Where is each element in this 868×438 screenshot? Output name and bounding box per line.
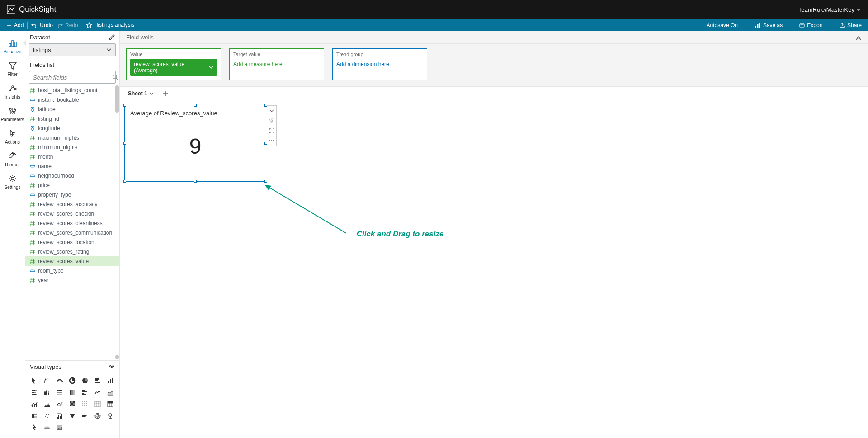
visual-type-25[interactable] xyxy=(79,410,91,422)
visual-type-20[interactable] xyxy=(104,398,117,410)
field-item-listing_id[interactable]: listing_id xyxy=(25,114,119,123)
visual-type-5[interactable] xyxy=(91,375,104,386)
redo-button[interactable]: Redo xyxy=(57,22,78,28)
visual-type-7[interactable] xyxy=(28,386,41,398)
edit-dataset-icon[interactable] xyxy=(108,34,115,41)
export-button[interactable]: Export xyxy=(799,22,823,28)
visual-type-9[interactable] xyxy=(53,386,66,398)
visual-type-14[interactable] xyxy=(28,398,41,410)
canvas[interactable]: Average of Review_scores_value 9 xyxy=(120,100,868,438)
field-item-price[interactable]: price xyxy=(25,180,119,190)
visual-type-26[interactable] xyxy=(91,410,104,422)
collapse-wells-icon[interactable] xyxy=(855,35,862,40)
fields-list[interactable]: host_total_listings_countinstant_bookabl… xyxy=(25,85,119,360)
visual-type-11[interactable] xyxy=(79,386,91,398)
autosave-toggle[interactable]: Autosave On xyxy=(707,22,738,28)
visual-settings-button[interactable] xyxy=(267,116,276,126)
resize-handle-bl[interactable] xyxy=(123,180,126,183)
favorite-button[interactable] xyxy=(86,22,92,28)
well-trend[interactable]: Trend group Add a dimension here xyxy=(332,48,427,80)
visual-type-27[interactable] xyxy=(104,410,117,422)
field-wells-header[interactable]: Field wells xyxy=(120,31,868,44)
visual-expand-button[interactable] xyxy=(267,126,276,136)
field-item-longitude[interactable]: longitude xyxy=(25,123,119,133)
visual-type-2[interactable] xyxy=(53,375,66,386)
field-item-latitude[interactable]: latitude xyxy=(25,104,119,114)
visual-type-15[interactable] xyxy=(41,398,53,410)
visual-type-13[interactable] xyxy=(104,386,117,398)
field-item-month[interactable]: month xyxy=(25,152,119,161)
collapse-visual-types-icon[interactable] xyxy=(108,365,115,369)
add-button[interactable]: Add xyxy=(6,22,24,28)
resize-handle-tm[interactable] xyxy=(194,104,197,107)
user-menu[interactable]: TeamRole/MasterKey xyxy=(798,6,861,13)
field-item-neighbourhood[interactable]: neighbourhood xyxy=(25,171,119,180)
field-item-review_scores_accuracy[interactable]: review_scores_accuracy xyxy=(25,199,119,209)
field-item-host_total_listings_count[interactable]: host_total_listings_count xyxy=(25,85,119,95)
visual-type-22[interactable] xyxy=(41,410,53,422)
well-target[interactable]: Target value Add a measure here xyxy=(229,48,324,80)
resize-handle-br[interactable] xyxy=(264,180,267,183)
field-item-review_scores_rating[interactable]: review_scores_rating xyxy=(25,247,119,256)
visual-more-button[interactable] xyxy=(267,136,276,146)
analysis-name-input[interactable]: listings analysis xyxy=(96,21,195,29)
save-as-button[interactable]: Save as xyxy=(755,22,783,28)
field-item-room_type[interactable]: room_type xyxy=(25,266,119,275)
field-item-review_scores_cleanliness[interactable]: review_scores_cleanliness xyxy=(25,218,119,228)
visual-type-10[interactable] xyxy=(66,386,79,398)
undo-button[interactable]: Undo xyxy=(31,22,53,28)
field-item-name[interactable]: name xyxy=(25,161,119,171)
visual-type-21[interactable] xyxy=(28,410,41,422)
nav-actions[interactable]: Actions xyxy=(0,125,25,148)
visual-type-4[interactable] xyxy=(79,375,91,386)
visual-type-1[interactable]: 1 xyxy=(41,375,53,386)
resize-handle-bm[interactable] xyxy=(194,180,197,183)
nav-insights[interactable]: Insights xyxy=(0,80,25,103)
share-button[interactable]: Share xyxy=(840,22,862,28)
visual-type-28[interactable] xyxy=(28,422,41,433)
visual-type-6[interactable] xyxy=(104,375,117,386)
well-value-chip[interactable]: review_scores_value (Average) xyxy=(130,59,217,76)
visual-type-19[interactable] xyxy=(91,398,104,410)
field-item-review_scores_checkin[interactable]: review_scores_checkin xyxy=(25,209,119,218)
nav-themes[interactable]: Themes xyxy=(0,148,25,170)
visual-type-24[interactable] xyxy=(66,410,79,422)
nav-visualize[interactable]: Visualize xyxy=(0,35,25,57)
visual-type-3[interactable] xyxy=(66,375,79,386)
visual-type-17[interactable] xyxy=(66,398,79,410)
visual-type-16[interactable] xyxy=(53,398,66,410)
svg-rect-20 xyxy=(30,165,35,167)
kpi-visual[interactable]: Average of Review_scores_value 9 xyxy=(124,105,266,182)
visual-type-29[interactable] xyxy=(41,422,53,433)
nav-settings[interactable]: Settings xyxy=(0,170,25,193)
add-sheet-button[interactable] xyxy=(161,89,170,98)
dataset-select[interactable]: listings xyxy=(29,43,116,56)
visual-type-18[interactable] xyxy=(79,398,91,410)
field-item-property_type[interactable]: property_type xyxy=(25,190,119,199)
scrollbar-thumb[interactable] xyxy=(115,85,119,113)
field-item-review_scores_value[interactable]: review_scores_value xyxy=(25,256,119,266)
visual-type-23[interactable] xyxy=(53,410,66,422)
field-item-year[interactable]: year xyxy=(25,275,119,285)
sheet-tab-active[interactable]: Sheet 1 xyxy=(124,89,157,99)
resize-handle-tl[interactable] xyxy=(123,104,126,107)
svg-rect-43 xyxy=(48,393,49,395)
visual-type-8[interactable] xyxy=(41,386,53,398)
field-item-review_scores_location[interactable]: review_scores_location xyxy=(25,237,119,247)
visual-type-12[interactable] xyxy=(91,386,104,398)
field-item-review_scores_communication[interactable]: review_scores_communication xyxy=(25,228,119,237)
field-item-maximum_nights[interactable]: maximum_nights xyxy=(25,133,119,142)
visual-type-0[interactable] xyxy=(28,375,41,386)
nav-parameters[interactable]: Parameters xyxy=(0,103,25,125)
scrollbar-thumb-bottom[interactable] xyxy=(115,355,119,359)
field-item-minimum_nights[interactable]: minimum_nights xyxy=(25,142,119,152)
search-fields-input[interactable] xyxy=(29,71,116,84)
resize-handle-ml[interactable] xyxy=(123,142,126,145)
svg-point-74 xyxy=(84,405,85,406)
field-item-instant_bookable[interactable]: instant_bookable xyxy=(25,95,119,104)
search-fields-text[interactable] xyxy=(33,74,109,81)
visual-type-30[interactable] xyxy=(53,422,66,433)
nav-filter[interactable]: Filter xyxy=(0,57,25,80)
well-value[interactable]: Value review_scores_value (Average) xyxy=(126,48,221,80)
visual-menu-button[interactable] xyxy=(267,106,276,116)
